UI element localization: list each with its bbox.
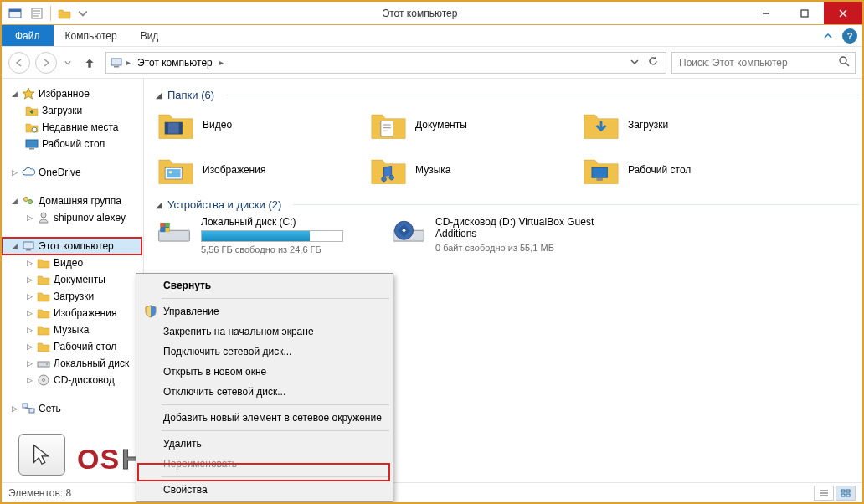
sidebar-item-downloads[interactable]: ▷Загрузки bbox=[25, 288, 141, 305]
menu-file[interactable]: Файл bbox=[2, 25, 54, 46]
history-dropdown[interactable] bbox=[62, 52, 74, 74]
svg-point-19 bbox=[41, 213, 46, 218]
view-details-button[interactable] bbox=[814, 486, 834, 501]
svg-rect-56 bbox=[841, 494, 845, 496]
system-menu-icon[interactable] bbox=[7, 5, 23, 22]
menu-view[interactable]: Вид bbox=[129, 25, 171, 46]
search-icon[interactable] bbox=[838, 55, 850, 69]
folder-music[interactable]: Музыка bbox=[368, 152, 578, 188]
context-menu: Свернуть Управление Закрепить на начальн… bbox=[136, 273, 393, 502]
forward-button[interactable] bbox=[35, 52, 57, 74]
minimize-button[interactable] bbox=[747, 2, 785, 24]
svg-rect-10 bbox=[111, 59, 121, 65]
folder-icon bbox=[37, 323, 50, 337]
svg-rect-21 bbox=[26, 249, 31, 251]
qat-new-folder-icon[interactable] bbox=[56, 5, 73, 22]
sidebar-item-images[interactable]: ▷Изображения bbox=[25, 305, 141, 321]
help-icon[interactable]: ? bbox=[842, 28, 857, 44]
qat-properties-icon[interactable] bbox=[28, 5, 45, 22]
refresh-icon[interactable] bbox=[644, 55, 662, 69]
sidebar-item-cddrive[interactable]: ▷CD-дисковод bbox=[25, 372, 141, 388]
chevron-right-icon[interactable]: ▸ bbox=[219, 58, 224, 67]
drive-status: 5,56 ГБ свободно из 24,6 ГБ bbox=[201, 244, 373, 255]
folder-images[interactable]: Изображения bbox=[156, 152, 365, 188]
cm-pin-start[interactable]: Закрепить на начальном экране bbox=[138, 321, 391, 342]
maximize-button[interactable] bbox=[785, 2, 824, 24]
sidebar-item-localdisk[interactable]: ▷Локальный диск bbox=[25, 355, 141, 372]
cm-open-new[interactable]: Открыть в новом окне bbox=[138, 362, 391, 382]
address-dropdown-icon[interactable] bbox=[627, 57, 642, 69]
folder-icon bbox=[370, 153, 407, 187]
sidebar-item-video[interactable]: ▷Видео bbox=[25, 255, 141, 271]
cm-add-network[interactable]: Добавить новый элемент в сетевое окружен… bbox=[138, 408, 391, 428]
sidebar-network[interactable]: ▷ Сеть bbox=[10, 400, 141, 417]
svg-rect-30 bbox=[165, 122, 168, 134]
svg-rect-26 bbox=[23, 404, 28, 408]
folder-downloads[interactable]: Загрузки bbox=[581, 106, 790, 143]
group-devices[interactable]: ◢ Устройства и диски (2) bbox=[156, 198, 859, 211]
back-button[interactable] bbox=[8, 52, 30, 74]
expand-ribbon-icon[interactable] bbox=[819, 27, 837, 45]
drive-name: CD-дисковод (D:) VirtualBox Guest Additi… bbox=[435, 216, 608, 240]
folder-icon bbox=[583, 108, 620, 141]
svg-rect-46 bbox=[165, 228, 169, 232]
folder-video[interactable]: Видео bbox=[156, 106, 365, 143]
cm-rename[interactable]: Переименовать bbox=[138, 454, 391, 474]
sidebar-onedrive[interactable]: ▷ OneDrive bbox=[10, 164, 141, 181]
folder-icon bbox=[37, 290, 50, 303]
toolbar: ▸ Этот компьютер ▸ bbox=[2, 47, 862, 79]
homegroup-icon bbox=[22, 194, 35, 208]
svg-line-13 bbox=[846, 63, 849, 66]
group-folders[interactable]: ◢ Папки (6) bbox=[156, 89, 859, 101]
cm-manage[interactable]: Управление bbox=[138, 301, 391, 321]
svg-rect-45 bbox=[161, 228, 165, 232]
cm-collapse[interactable]: Свернуть bbox=[138, 275, 391, 296]
view-large-button[interactable] bbox=[836, 486, 856, 501]
qat-dropdown-icon[interactable] bbox=[78, 5, 88, 22]
close-button[interactable] bbox=[824, 2, 862, 24]
sidebar-this-pc[interactable]: ◢ Этот компьютер bbox=[2, 238, 141, 255]
breadcrumb[interactable]: Этот компьютер bbox=[134, 57, 216, 69]
drive-c[interactable]: Локальный диск (C:) 5,56 ГБ свободно из … bbox=[156, 216, 373, 255]
sidebar-homegroup[interactable]: ◢ Домашняя группа bbox=[10, 193, 141, 209]
folder-documents[interactable]: Документы bbox=[368, 106, 578, 143]
sidebar-item-desktop[interactable]: Рабочий стол bbox=[25, 136, 141, 152]
svg-rect-35 bbox=[381, 121, 393, 136]
svg-rect-57 bbox=[846, 494, 850, 496]
svg-rect-15 bbox=[26, 140, 38, 147]
svg-rect-11 bbox=[114, 66, 119, 68]
sidebar-favorites[interactable]: ◢ Избранное bbox=[10, 85, 141, 102]
svg-rect-55 bbox=[846, 490, 850, 492]
cm-properties[interactable]: Свойства bbox=[138, 480, 391, 500]
sidebar-item-music[interactable]: ▷Музыка bbox=[25, 321, 141, 338]
sidebar-homegroup-user[interactable]: ▷shipunov alexey bbox=[25, 209, 141, 226]
sidebar-item-recent[interactable]: Недавние места bbox=[25, 119, 141, 136]
folder-icon bbox=[157, 153, 194, 187]
titlebar: Этот компьютер bbox=[2, 2, 862, 25]
drive-d[interactable]: CD-дисковод (D:) VirtualBox Guest Additi… bbox=[390, 216, 608, 255]
drive-status: 0 байт свободно из 55,1 МБ bbox=[435, 243, 608, 253]
address-bar[interactable]: ▸ Этот компьютер ▸ bbox=[105, 52, 666, 74]
menu-computer[interactable]: Компьютер bbox=[54, 25, 129, 46]
user-icon bbox=[37, 211, 50, 224]
star-icon bbox=[22, 87, 35, 100]
svg-rect-44 bbox=[165, 223, 169, 227]
sidebar-item-desktop[interactable]: ▷Рабочий стол bbox=[25, 338, 141, 355]
sidebar-item-downloads[interactable]: Загрузки bbox=[25, 102, 141, 119]
svg-point-34 bbox=[169, 171, 172, 174]
up-button[interactable] bbox=[79, 52, 100, 74]
svg-rect-1 bbox=[9, 9, 21, 12]
search-box[interactable] bbox=[671, 52, 856, 74]
cm-delete[interactable]: Удалить bbox=[138, 434, 391, 454]
cm-disconnect-drive[interactable]: Отключить сетевой диск... bbox=[138, 382, 391, 402]
cd-drive-icon bbox=[390, 216, 427, 249]
folder-icon bbox=[37, 340, 50, 353]
chevron-right-icon[interactable]: ▸ bbox=[126, 58, 131, 67]
folder-desktop[interactable]: Рабочий стол bbox=[581, 152, 790, 188]
sidebar-item-documents[interactable]: ▷Документы bbox=[25, 271, 141, 288]
cursor-icon bbox=[18, 434, 65, 476]
search-input[interactable] bbox=[677, 56, 838, 69]
folder-icon bbox=[370, 108, 407, 141]
recent-icon bbox=[25, 121, 39, 134]
cm-map-drive[interactable]: Подключить сетевой диск... bbox=[138, 342, 391, 362]
